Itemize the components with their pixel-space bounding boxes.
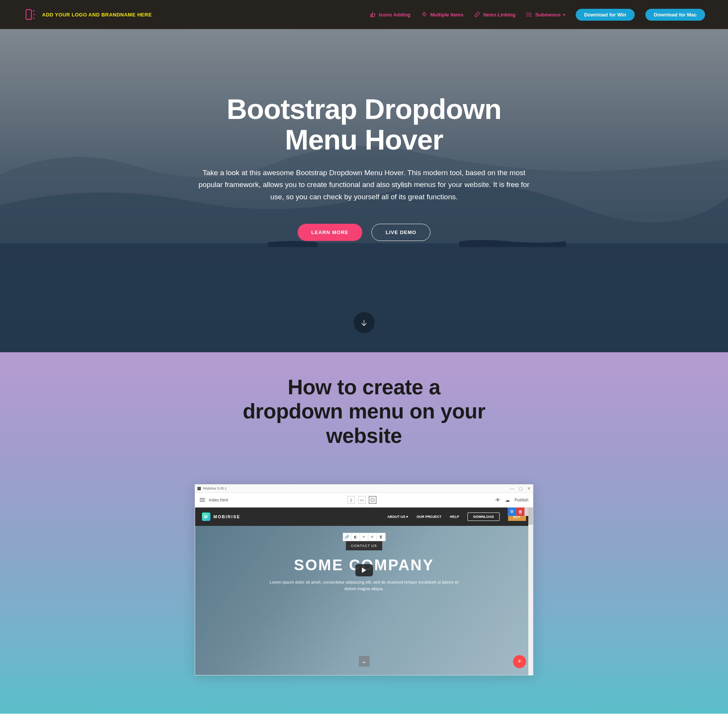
mobile-icon: ▯ — [347, 496, 355, 504]
hero-content: Bootstrap Dropdown Menu Hover Take a loo… — [188, 94, 540, 241]
scrollbar-thumb — [528, 508, 533, 525]
arrow-down-icon — [360, 319, 368, 327]
svg-point-5 — [423, 13, 425, 16]
preview-icon: 👁 — [495, 497, 500, 503]
navbar: ADD YOUR LOGO AND BRANDNAME HERE Icons A… — [0, 0, 728, 29]
link-icon — [474, 11, 480, 18]
tool-link-icon: 🔗 — [343, 533, 352, 541]
inner-link-download: DOWNLOAD — [467, 512, 500, 521]
svg-line-10 — [426, 13, 426, 13]
navbar-nav: Icons Adding Multiple Items Items Linkin… — [370, 11, 565, 18]
inner-scroll-down-icon: ⌄ — [359, 656, 370, 667]
tablet-icon: ▭ — [358, 496, 366, 504]
nav-link-icons-adding[interactable]: Icons Adding — [370, 11, 410, 18]
floating-toolbar: 🔗 ◐ + ≡ 🗑 — [343, 533, 386, 541]
inner-hero: 🔗 ◐ + ≡ 🗑 CONTACT US SOME COMPANY Lorem … — [195, 526, 533, 675]
file-name: index.html — [209, 498, 228, 502]
nav-link-items-linking[interactable]: Items Linking — [474, 11, 515, 18]
trash-icon: 🗑 — [516, 508, 524, 516]
svg-rect-19 — [0, 243, 728, 352]
app-title: Mobirise 3.05.1 — [203, 486, 227, 490]
device-switcher: ▯ ▭ 🖵 — [347, 496, 376, 504]
contact-tab: CONTACT US — [346, 541, 383, 550]
inner-site-nav: M MOBIRISE ABOUT US ▾ OUR PROJECT HELP D… — [195, 508, 533, 526]
inner-link-help: HELP — [450, 515, 459, 519]
nav-link-label: Multiple Items — [430, 12, 464, 18]
hero-description: Take a look at this awesome Bootstrap Dr… — [196, 167, 533, 203]
window-controls: — ▢ ✕ — [510, 486, 531, 491]
inner-link-project: OUR PROJECT — [417, 515, 441, 519]
nav-link-label: Items Linking — [483, 12, 515, 18]
cloud-upload-icon: ☁ — [505, 497, 510, 503]
video-preview[interactable]: Mobirise 3.05.1 — ▢ ✕ index.html ▯ ▭ 🖵 👁… — [195, 484, 533, 675]
download-win-button[interactable]: Download for Win — [576, 9, 635, 21]
company-description: Lorem ipsum dolor sit amet, consectetur … — [269, 579, 460, 592]
publish-label: Publish — [515, 498, 528, 502]
inner-logo-icon: M — [202, 512, 210, 521]
chevron-down-icon: ▾ — [563, 13, 565, 17]
inner-brand-text: MOBIRISE — [213, 514, 240, 519]
list-icon — [526, 11, 532, 18]
minimize-icon: — — [510, 486, 514, 491]
tool-plus-icon: + — [360, 533, 368, 541]
tool-list-icon: ≡ — [368, 533, 377, 541]
inner-scrollbar — [528, 508, 533, 675]
hamburger-icon — [200, 498, 205, 502]
add-block-fab: + — [513, 655, 526, 668]
live-demo-button[interactable]: LIVE DEMO — [371, 224, 431, 241]
download-mac-button[interactable]: Download for Mac — [645, 9, 705, 21]
svg-line-1 — [33, 10, 34, 11]
nav-link-multiple-items[interactable]: Multiple Items — [421, 11, 464, 18]
tool-color-icon: ◐ — [352, 533, 360, 541]
video-section: How to create a dropdown menu on your we… — [0, 352, 728, 714]
nav-link-label: Submenus — [535, 12, 560, 18]
hero-title: Bootstrap Dropdown Menu Hover — [196, 94, 533, 155]
app-titlebar: Mobirise 3.05.1 — ▢ ✕ — [195, 485, 533, 493]
brand-text: ADD YOUR LOGO AND BRANDNAME HERE — [42, 12, 152, 18]
hero-buttons: LEARN MORE LIVE DEMO — [196, 224, 533, 241]
nav-link-submenus[interactable]: Submenus ▾ — [526, 11, 565, 18]
nav-link-label: Icons Adding — [379, 12, 410, 18]
close-icon: ✕ — [527, 486, 531, 491]
inner-link-about: ABOUT US ▾ — [387, 515, 408, 519]
svg-point-16 — [527, 16, 527, 16]
inner-nav-links: ABOUT US ▾ OUR PROJECT HELP DOWNLOAD BUY — [387, 512, 526, 521]
phone-icon — [23, 8, 37, 21]
scroll-down-button[interactable] — [353, 312, 375, 333]
play-button[interactable] — [355, 564, 373, 576]
thumbs-up-icon — [370, 11, 376, 18]
tool-trash-icon: 🗑 — [377, 533, 385, 541]
navbar-brand[interactable]: ADD YOUR LOGO AND BRANDNAME HERE — [23, 8, 152, 21]
inner-brand: M MOBIRISE — [202, 512, 240, 521]
svg-point-14 — [527, 14, 527, 15]
app-icon — [197, 487, 201, 490]
svg-line-3 — [33, 18, 34, 19]
app-toolbar: index.html ▯ ▭ 🖵 👁 ☁ Publish — [195, 493, 533, 508]
desktop-icon: 🖵 — [369, 496, 376, 504]
maximize-icon: ▢ — [519, 486, 523, 491]
learn-more-button[interactable]: LEARN MORE — [298, 224, 362, 241]
svg-line-9 — [422, 13, 423, 13]
gear-icon: ⚙ — [508, 508, 516, 516]
hero-section: Bootstrap Dropdown Menu Hover Take a loo… — [0, 29, 728, 352]
svg-point-12 — [527, 13, 527, 13]
bulb-icon — [421, 11, 427, 18]
navbar-right: Icons Adding Multiple Items Items Linkin… — [370, 9, 705, 21]
section-title: How to create a dropdown menu on your we… — [238, 375, 490, 448]
svg-point-4 — [28, 18, 29, 18]
